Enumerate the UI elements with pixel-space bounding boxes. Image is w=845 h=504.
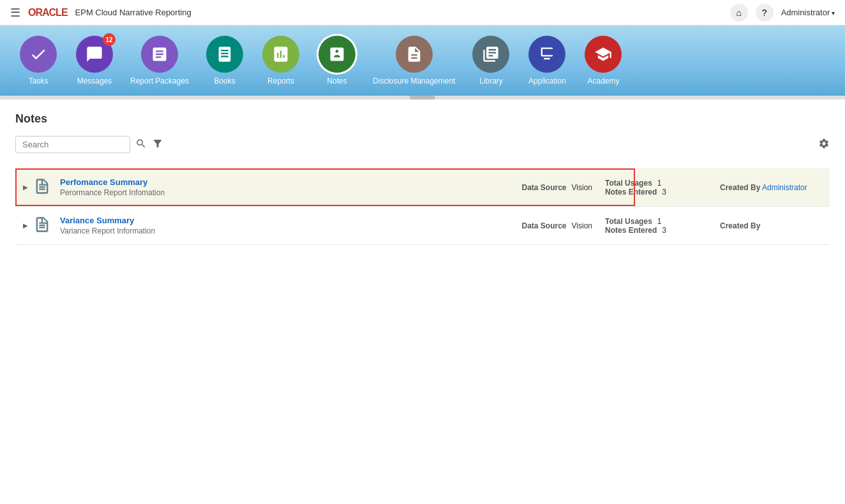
note-created-variance: Created By (720, 221, 822, 230)
application-label: Application (528, 77, 566, 85)
library-icon (472, 36, 509, 73)
messages-badge: 12 (103, 33, 116, 46)
search-input[interactable] (15, 136, 130, 153)
total-usages-row-2: Total Usages 1 (605, 217, 707, 226)
total-usages-value-2: 1 (657, 217, 662, 226)
messages-label: Messages (77, 77, 112, 85)
report-packages-label: Report Packages (130, 77, 189, 85)
oracle-logo: ORACLE (28, 7, 68, 19)
total-usages-value: 1 (657, 179, 662, 188)
page-title: Notes (15, 112, 830, 126)
academy-icon (585, 36, 622, 73)
note-info-variance: Variance Summary Variance Report Informa… (60, 216, 522, 235)
reports-icon (262, 36, 299, 73)
tasks-label: Tasks (29, 77, 49, 85)
nav-item-disclosure[interactable]: Disclosure Management (368, 33, 460, 88)
total-usages-label: Total Usages (605, 179, 652, 188)
nav-item-application[interactable]: Application (521, 33, 572, 88)
tasks-icon (20, 36, 57, 73)
nav-bar: Tasks 12 Messages Report Packages Books … (0, 26, 845, 96)
data-source-label-2: Data Source (522, 221, 567, 230)
total-usages-row: Total Usages 1 (605, 179, 707, 188)
top-bar: ☰ ORACLE EPM Cloud Narrative Reporting ⌂… (0, 0, 845, 26)
notes-label: Notes (327, 77, 347, 85)
note-row-performance[interactable]: ▶ Perfomance Summary Perormance Report I… (15, 168, 830, 207)
disclosure-icon (396, 36, 433, 73)
created-by-value-performance: Administrator (762, 183, 807, 192)
expand-arrow-variance[interactable]: ▶ (23, 222, 33, 229)
data-source-label: Data Source (522, 183, 567, 192)
search-row (15, 136, 830, 153)
notes-entered-value: 3 (662, 188, 666, 196)
selected-bottom-border (15, 205, 635, 206)
report-packages-icon (141, 36, 178, 73)
created-by-label-performance: Created By (720, 183, 760, 192)
note-subtitle-performance: Perormance Report Infomation (60, 188, 522, 197)
books-icon (206, 36, 243, 73)
expand-arrow-performance[interactable]: ▶ (23, 184, 33, 191)
notes-entered-row: Notes Entered 3 (605, 188, 707, 196)
note-document-icon (33, 177, 54, 198)
notes-entered-label: Notes Entered (605, 188, 657, 196)
filter-button[interactable] (152, 138, 163, 152)
notes-entered-value-2: 3 (662, 226, 666, 235)
note-meta-performance: Data Source Vision (522, 183, 593, 192)
app-title: EPM Cloud Narrative Reporting (75, 8, 191, 17)
settings-button[interactable] (818, 138, 830, 152)
note-row-variance[interactable]: ▶ Variance Summary Variance Report Infor… (15, 207, 830, 245)
note-title-variance[interactable]: Variance Summary (60, 216, 522, 225)
notes-entered-label-2: Notes Entered (605, 226, 657, 235)
content-area: Notes ▶ Perfomance Summary Pe (0, 100, 845, 258)
note-title-performance[interactable]: Perfomance Summary (60, 177, 522, 187)
note-subtitle-variance: Variance Report Information (60, 226, 522, 235)
books-label: Books (214, 77, 235, 85)
note-stats-performance: Total Usages 1 Notes Entered 3 (605, 179, 707, 196)
home-icon[interactable]: ⌂ (730, 4, 748, 22)
nav-item-report-packages[interactable]: Report Packages (125, 33, 194, 88)
application-icon (528, 36, 565, 73)
note-meta-variance: Data Source Vision (522, 221, 593, 230)
data-source-value-2: Vision (572, 221, 592, 230)
disclosure-label: Disclosure Management (373, 77, 455, 85)
nav-item-notes[interactable]: Notes (311, 33, 363, 88)
nav-item-books[interactable]: Books (199, 33, 250, 88)
notes-entered-row-2: Notes Entered 3 (605, 226, 707, 235)
notes-list: ▶ Perfomance Summary Perormance Report I… (15, 168, 830, 245)
total-usages-label-2: Total Usages (605, 217, 652, 226)
academy-label: Academy (587, 77, 619, 85)
nav-item-library[interactable]: Library (465, 33, 516, 88)
notes-icon (318, 36, 355, 73)
note-stats-variance: Total Usages 1 Notes Entered 3 (605, 217, 707, 235)
nav-item-academy[interactable]: Academy (578, 33, 629, 88)
messages-icon: 12 (76, 36, 113, 73)
search-button[interactable] (135, 138, 147, 152)
library-label: Library (479, 77, 503, 85)
created-by-label-variance: Created By (720, 221, 760, 230)
user-menu[interactable]: Administrator (781, 8, 835, 17)
reports-label: Reports (267, 77, 294, 85)
selected-top-border (15, 168, 635, 170)
note-document-icon-2 (33, 216, 54, 236)
top-right-controls: ⌂ ? Administrator (730, 4, 835, 22)
data-source-value: Vision (572, 183, 592, 192)
hamburger-menu[interactable]: ☰ (10, 6, 20, 20)
selected-left-border (15, 168, 17, 206)
nav-item-reports[interactable]: Reports (255, 33, 306, 88)
help-icon[interactable]: ? (756, 4, 774, 22)
nav-divider-handle[interactable] (410, 96, 435, 100)
selected-right-border (634, 168, 635, 206)
nav-item-messages[interactable]: 12 Messages (69, 33, 120, 88)
note-info-performance: Perfomance Summary Perormance Report Inf… (60, 177, 522, 197)
note-created-performance: Created By Administrator (720, 183, 822, 192)
nav-item-tasks[interactable]: Tasks (13, 33, 64, 88)
